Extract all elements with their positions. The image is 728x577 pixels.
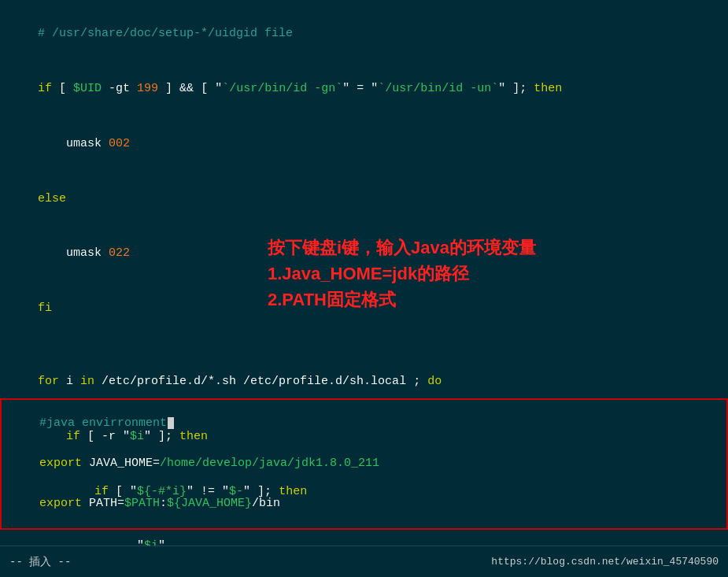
java-comment-line: #java envirronment xyxy=(11,403,717,443)
annotation-line1: 按下键盘i键，输入Java的环境变量 xyxy=(268,235,536,261)
code-line-4: else xyxy=(9,171,719,226)
text-cursor xyxy=(168,417,174,429)
insert-mode-label: -- 插入 -- xyxy=(9,555,71,569)
java-home-line: export JAVA_HOME=/home/develop/java/jdk1… xyxy=(11,443,717,483)
code-line-2: if [ $UID -gt 199 ] && [ "`/usr/bin/id -… xyxy=(9,61,719,117)
bottom-bar: -- 插入 -- https://blog.csdn.net/weixin_45… xyxy=(0,546,728,577)
code-line-3: umask 002 xyxy=(9,117,719,172)
annotation-line2: 1.Java_HOME=jdk的路径 xyxy=(268,261,536,287)
annotation-line3: 2.PATH固定格式 xyxy=(268,287,536,313)
java-path-line: export PATH=$PATH:${JAVA_HOME}/bin xyxy=(11,483,717,523)
java-env-section: #java envirronment export JAVA_HOME=/hom… xyxy=(0,398,728,530)
code-line-empty1 xyxy=(9,336,719,354)
blog-url: https://blog.csdn.net/weixin_45740590 xyxy=(491,556,719,568)
code-line-1: # /usr/share/doc/setup-*/uidgid file xyxy=(9,6,719,61)
annotation-overlay: 按下键盘i键，输入Java的环境变量 1.Java_HOME=jdk的路径 2.… xyxy=(268,235,536,313)
